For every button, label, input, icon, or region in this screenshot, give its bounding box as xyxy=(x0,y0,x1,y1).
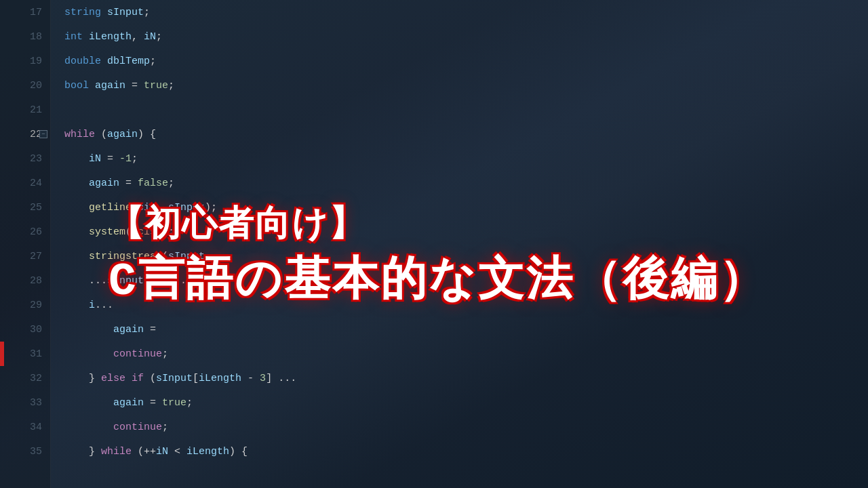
overlay-container: 【初心者向け】 C言語の基本的な文法（後編） xyxy=(0,0,868,488)
overlay-subtitle: 【初心者向け】 xyxy=(108,205,366,247)
overlay-title: C言語の基本的な文法（後編） xyxy=(108,254,767,310)
main-container: 17 18 19 20 21 22 − 23 24 25 26 27 28 29… xyxy=(0,0,868,488)
